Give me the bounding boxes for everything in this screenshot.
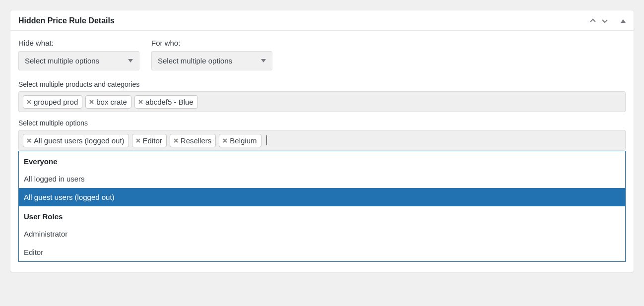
tag-label: All guest users (logged out) xyxy=(34,136,125,145)
tag: abcdef5 - Blue xyxy=(134,95,198,109)
move-up-icon[interactable] xyxy=(589,17,597,25)
for-who-placeholder: Select multiple options xyxy=(158,57,232,65)
options-section: Select multiple options All guest users … xyxy=(18,119,626,151)
hide-what-placeholder: Select multiple options xyxy=(25,57,99,65)
move-down-icon[interactable] xyxy=(601,17,609,25)
remove-tag-icon[interactable] xyxy=(221,138,229,143)
panel-actions xyxy=(589,17,626,25)
for-who-field: For who: Select multiple options xyxy=(151,39,272,70)
panel-title: Hidden Price Rule Details xyxy=(18,16,589,25)
panel-body: Hide what: Select multiple options For w… xyxy=(10,31,634,272)
text-cursor[interactable] xyxy=(266,135,267,145)
tag-label: box crate xyxy=(96,98,127,106)
for-who-select[interactable]: Select multiple options xyxy=(151,51,272,70)
dropdown-option[interactable]: Editor xyxy=(19,243,625,261)
tag: box crate xyxy=(85,95,131,109)
panel-header: Hidden Price Rule Details xyxy=(10,10,634,31)
tag-label: Editor xyxy=(143,136,162,145)
products-label: Select multiple products and categories xyxy=(18,80,626,88)
dropdown-option[interactable]: All guest users (logged out) xyxy=(19,188,625,206)
tag-label: abcdef5 - Blue xyxy=(145,98,193,106)
remove-tag-icon[interactable] xyxy=(88,99,95,105)
hide-what-field: Hide what: Select multiple options xyxy=(18,39,139,70)
hidden-price-rule-panel: Hidden Price Rule Details Hide what: Sel… xyxy=(10,10,634,272)
tag: grouped prod xyxy=(23,95,82,109)
for-who-label: For who: xyxy=(151,39,272,47)
dropdown-option[interactable]: Administrator xyxy=(19,225,625,243)
dropdown-option[interactable]: All logged in users xyxy=(19,170,625,188)
remove-tag-icon[interactable] xyxy=(25,138,33,143)
remove-tag-icon[interactable] xyxy=(172,138,180,143)
options-dropdown[interactable]: EveryoneAll logged in usersAll guest use… xyxy=(18,151,626,262)
options-tag-input[interactable]: All guest users (logged out)EditorResell… xyxy=(18,130,626,151)
collapse-icon[interactable] xyxy=(621,19,626,23)
tag-label: Resellers xyxy=(181,136,212,145)
dropdown-group-label: Everyone xyxy=(19,151,625,170)
tag: Belgium xyxy=(219,134,261,147)
products-section: Select multiple products and categories … xyxy=(18,80,626,112)
options-label: Select multiple options xyxy=(18,119,626,127)
remove-tag-icon[interactable] xyxy=(134,138,142,143)
tag: All guest users (logged out) xyxy=(23,134,129,147)
row-fields: Hide what: Select multiple options For w… xyxy=(18,39,626,70)
remove-tag-icon[interactable] xyxy=(25,99,33,105)
products-tag-input[interactable]: grouped prodbox crateabcdef5 - Blue xyxy=(18,91,626,112)
tag-label: grouped prod xyxy=(34,98,78,106)
dropdown-group-label: User Roles xyxy=(19,206,625,225)
remove-tag-icon[interactable] xyxy=(137,99,144,105)
hide-what-select[interactable]: Select multiple options xyxy=(18,51,139,70)
chevron-down-icon xyxy=(261,59,266,62)
chevron-down-icon xyxy=(128,59,133,62)
tag-label: Belgium xyxy=(230,136,257,145)
tag: Resellers xyxy=(170,134,216,147)
hide-what-label: Hide what: xyxy=(18,39,139,47)
tag: Editor xyxy=(132,134,167,147)
